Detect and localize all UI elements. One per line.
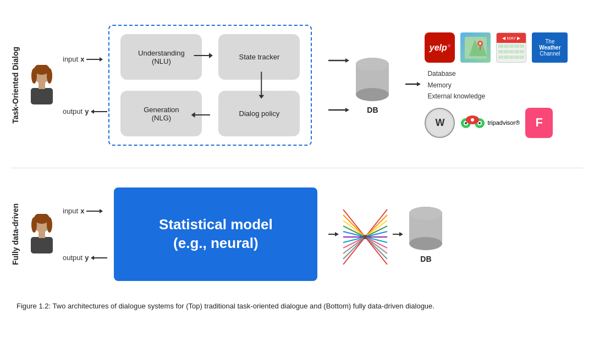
svg-marker-46 [100, 209, 103, 213]
avatar-top [25, 65, 58, 106]
svg-line-69 [365, 237, 387, 248]
bottom-db-cylinder [406, 205, 445, 255]
top-section: Task-Oriented Dialog input x [11, 5, 583, 165]
avatar-bottom [25, 214, 58, 255]
knowledge-labels: Database Memory External knowledge [427, 68, 485, 102]
wikipedia-icon: W [425, 108, 455, 138]
tripadvisor-label: tripadvisor® [487, 119, 520, 126]
svg-point-29 [479, 42, 481, 45]
svg-marker-17 [345, 58, 349, 63]
map-svg [465, 37, 487, 59]
figure-caption: Figure 1.2: Two architectures of dialogu… [11, 301, 583, 312]
svg-point-3 [47, 68, 52, 84]
svg-line-54 [343, 226, 365, 237]
dashed-pipeline-box: Understanding(NLU) State tracker Generat… [108, 25, 312, 146]
nlu-box: Understanding(NLU) [120, 34, 202, 80]
top-db-label: DB [367, 106, 378, 114]
top-db-cylinder [353, 56, 392, 106]
svg-point-2 [31, 68, 37, 84]
tripadvisor-icon [460, 113, 485, 133]
calendar-icon: ◀ MAY ▶ [496, 32, 526, 63]
top-output-label: output y [63, 107, 107, 115]
bottom-section: Fully data-driven input x ou [11, 171, 583, 297]
svg-point-22 [356, 88, 389, 101]
box-to-db-arrows [328, 36, 350, 135]
cables-to-db-arrow [393, 230, 404, 238]
calendar-body [497, 43, 526, 62]
svg-point-23 [356, 58, 389, 71]
right-icons-area: yelp* ◀ MAY ▶ [425, 32, 583, 137]
top-io-labels: input x output y [63, 33, 107, 137]
svg-marker-50 [335, 232, 339, 236]
bottom-avatar-area [25, 185, 58, 284]
svg-marker-19 [345, 108, 349, 112]
tripadvisor-area: tripadvisor® [460, 113, 520, 133]
bottom-input-label: input x [63, 207, 107, 215]
dialog-policy-box: Dialog policy [218, 91, 300, 136]
cables-graphic [340, 198, 384, 270]
bottom-io-labels: input x output y [63, 187, 107, 281]
svg-rect-43 [31, 237, 53, 253]
db-right-arrow [405, 80, 422, 88]
top-avatar-area [25, 30, 58, 140]
yelp-icon: yelp* [425, 32, 455, 63]
svg-marker-75 [399, 232, 403, 236]
svg-point-38 [471, 118, 474, 122]
model-to-cables-arrow [328, 230, 339, 238]
bottom-section-label: Fully data-driven [11, 203, 20, 265]
svg-rect-5 [38, 82, 45, 89]
db-to-icons-arrow [405, 80, 422, 90]
top-output-arrow [91, 108, 107, 115]
top-db-area: DB [353, 56, 392, 114]
svg-point-73 [363, 235, 367, 239]
icons-row-1: yelp* ◀ MAY ▶ [425, 32, 568, 63]
bottom-output-label: output y [63, 253, 107, 262]
calendar-header: ◀ MAY ▶ [497, 33, 526, 43]
caption-text: Figure 1.2: Two architectures of dialogu… [16, 302, 435, 310]
svg-marker-48 [91, 256, 94, 260]
bottom-db-area: DB [406, 205, 445, 263]
main-container: Task-Oriented Dialog input x [0, 0, 594, 364]
maps-icon [460, 32, 491, 63]
top-input-arrow [86, 56, 103, 63]
top-to-db-arrow2 [328, 106, 350, 114]
weather-channel-icon: The Weather Channel [532, 32, 568, 63]
svg-line-65 [365, 226, 387, 237]
bottom-input-arrow [86, 208, 103, 214]
svg-line-58 [343, 237, 365, 248]
icons-row-2: W tripadvisor® F [425, 108, 553, 138]
svg-point-36 [479, 122, 481, 124]
svg-point-78 [409, 237, 442, 250]
svg-point-33 [465, 122, 467, 124]
svg-marker-7 [100, 57, 103, 62]
svg-rect-44 [38, 231, 45, 238]
section-separator [11, 168, 583, 168]
svg-marker-9 [91, 109, 94, 114]
svg-marker-25 [417, 82, 421, 86]
svg-rect-4 [31, 88, 53, 104]
top-to-db-arrow1 [328, 57, 350, 64]
foursquare-icon: F [525, 108, 553, 138]
state-tracker-box: State tracker [218, 34, 300, 80]
bottom-db-label: DB [420, 255, 431, 263]
svg-point-42 [47, 217, 52, 233]
svg-point-41 [31, 217, 37, 233]
top-input-label: input x [63, 55, 107, 63]
bottom-output-arrow [91, 255, 107, 261]
svg-marker-11 [209, 53, 213, 58]
statistical-model-box: Statistical model (e.g., neural) [114, 187, 317, 281]
top-section-label: Task-Oriented Dialog [11, 47, 20, 124]
cables-svg [340, 198, 390, 275]
svg-point-79 [409, 207, 442, 220]
nlg-box: Generation(NLG) [120, 91, 202, 136]
